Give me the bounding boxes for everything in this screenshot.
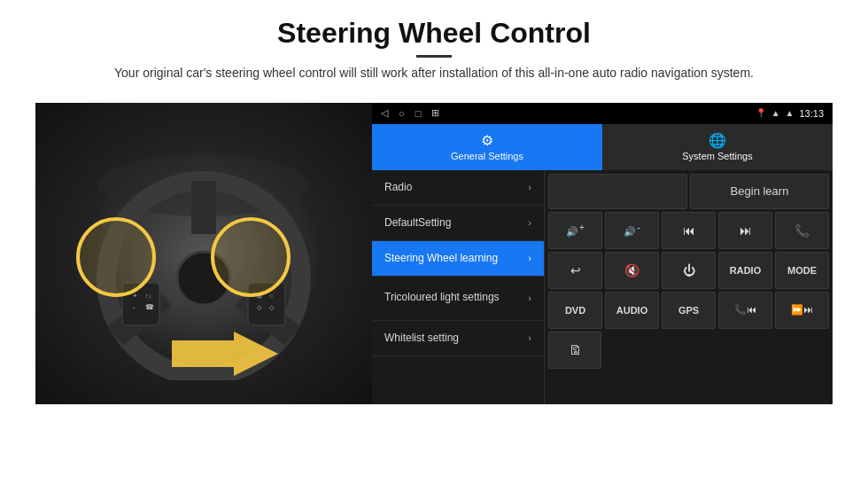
menu-item-radio-label: Radio	[384, 181, 412, 193]
vol-up-button[interactable]: 🔊+	[548, 212, 602, 249]
menu-list: Radio › DefaultSetting › Steering Wheel …	[372, 170, 545, 404]
controls-row-5: 🖻	[548, 332, 829, 369]
menu-item-steering-label: Steering Wheel learning	[384, 252, 498, 264]
time-display: 13:13	[799, 108, 824, 119]
home-icon[interactable]: ○	[399, 108, 405, 119]
vol-down-button[interactable]: 🔊-	[605, 212, 659, 249]
media-icon: 🖻	[569, 343, 581, 357]
nav-icons: ◁ ○ □ ⊞	[381, 107, 439, 119]
radio-button[interactable]: RADIO	[718, 252, 772, 289]
audio-button[interactable]: AUDIO	[605, 292, 659, 329]
ff-icon: ⏩⏭	[791, 304, 813, 316]
controls-row-2: 🔊+ 🔊- ⏮ ⏭ 📞	[548, 212, 829, 249]
controls-row-3: ↩ 🔇 ⏻ RADIO MODE	[548, 252, 829, 289]
menu-item-steering[interactable]: Steering Wheel learning ›	[372, 241, 544, 277]
media-button[interactable]: 🖻	[548, 332, 601, 369]
controls-row-1: Begin learn	[548, 174, 829, 209]
chevron-tricolour: ›	[528, 293, 531, 303]
chevron-steering: ›	[528, 253, 531, 263]
tab-system-label: System Settings	[682, 151, 752, 161]
tab-general-label: General Settings	[451, 151, 523, 161]
gps-button[interactable]: GPS	[662, 292, 716, 329]
menu-controls: Radio › DefaultSetting › Steering Wheel …	[372, 170, 833, 404]
audio-label: AUDIO	[616, 305, 647, 316]
menu-item-tricolour-label: Tricoloured light settings	[384, 291, 500, 305]
power-icon: ⏻	[683, 263, 695, 277]
chevron-whitelist: ›	[528, 332, 531, 343]
settings-tabs: ⚙ General Settings 🌐 System Settings	[372, 124, 833, 170]
svg-text:↑↓: ↑↓	[145, 293, 151, 299]
mode-button[interactable]: MODE	[775, 252, 829, 289]
radio-label: RADIO	[730, 265, 761, 276]
svg-text:☎: ☎	[145, 303, 154, 311]
vol-down-icon: 🔊-	[624, 223, 639, 238]
page-subtitle: Your original car's steering wheel contr…	[114, 63, 754, 82]
begin-learn-button[interactable]: Begin learn	[690, 174, 829, 209]
chevron-default: ›	[528, 217, 531, 228]
recents-icon[interactable]: □	[415, 108, 422, 119]
general-settings-icon: ⚙	[481, 132, 493, 149]
chevron-radio: ›	[528, 182, 531, 192]
location-icon: 📍	[756, 108, 766, 118]
dvd-label: DVD	[565, 305, 585, 316]
status-right: 📍 ▲ ▲ 13:13	[756, 108, 824, 119]
menu-item-default[interactable]: DefaultSetting ›	[372, 206, 544, 241]
system-settings-icon: 🌐	[709, 132, 726, 149]
grid-icon[interactable]: ⊞	[431, 107, 439, 119]
svg-text:○: ○	[269, 293, 273, 299]
prev-track-icon: ⏮	[683, 223, 695, 238]
phone-prev-button[interactable]: 📞⏮	[718, 292, 772, 329]
call-back-button[interactable]: ↩	[548, 252, 602, 289]
begin-learn-label: Begin learn	[731, 184, 789, 198]
mute-icon: 🔇	[624, 263, 639, 277]
title-section: Steering Wheel Control Your original car…	[114, 16, 754, 96]
page-title: Steering Wheel Control	[114, 16, 754, 50]
title-divider	[416, 55, 452, 58]
menu-item-tricolour[interactable]: Tricoloured light settings ›	[372, 277, 544, 321]
phone-prev-icon: 📞⏮	[734, 304, 756, 316]
content-area: + - ↑↓ ☎ ⊞ ◇ ○ ◇	[35, 103, 833, 404]
prev-track-button[interactable]: ⏮	[662, 212, 716, 249]
menu-item-radio[interactable]: Radio ›	[372, 170, 544, 206]
next-track-icon: ⏭	[740, 223, 752, 238]
mode-label: MODE	[787, 265, 817, 276]
wifi-icon: ▲	[771, 108, 780, 118]
power-button[interactable]: ⏻	[662, 252, 716, 289]
tab-system-settings[interactable]: 🌐 System Settings	[602, 124, 833, 170]
highlight-circle-right	[211, 217, 291, 297]
mute-button[interactable]: 🔇	[605, 252, 659, 289]
menu-item-whitelist[interactable]: Whitelist setting ›	[372, 321, 544, 356]
ff-button[interactable]: ⏩⏭	[775, 292, 829, 329]
phone-icon: 📞	[794, 223, 810, 238]
status-bar: ◁ ○ □ ⊞ 📍 ▲ ▲ 13:13	[372, 103, 833, 124]
controls-area: Begin learn 🔊+ 🔊- ⏮	[545, 170, 833, 404]
tab-general-settings[interactable]: ⚙ General Settings	[372, 124, 602, 170]
steering-wheel-image: + - ↑↓ ☎ ⊞ ◇ ○ ◇	[35, 103, 372, 404]
highlight-circle-left	[76, 217, 156, 297]
svg-marker-16	[172, 332, 278, 376]
svg-text:-: -	[133, 303, 136, 311]
arrow-svg	[172, 327, 278, 380]
menu-item-default-label: DefaultSetting	[384, 216, 451, 229]
menu-item-whitelist-label: Whitelist setting	[384, 332, 459, 344]
next-track-button[interactable]: ⏭	[718, 212, 772, 249]
back-icon[interactable]: ◁	[381, 107, 388, 119]
call-back-icon: ↩	[570, 263, 581, 277]
blank-input-box	[548, 174, 687, 209]
page-container: Steering Wheel Control Your original car…	[0, 0, 868, 500]
controls-row-4: DVD AUDIO GPS 📞⏮ ⏩⏭	[548, 292, 829, 329]
steering-bg: + - ↑↓ ☎ ⊞ ◇ ○ ◇	[35, 103, 372, 404]
phone-button[interactable]: 📞	[775, 212, 829, 249]
gps-label: GPS	[678, 305, 699, 316]
signal-icon: ▲	[786, 108, 794, 118]
ui-panel: ◁ ○ □ ⊞ 📍 ▲ ▲ 13:13 ⚙ General Settings	[372, 103, 833, 404]
dvd-button[interactable]: DVD	[548, 292, 602, 329]
vol-up-icon: 🔊+	[566, 223, 585, 238]
